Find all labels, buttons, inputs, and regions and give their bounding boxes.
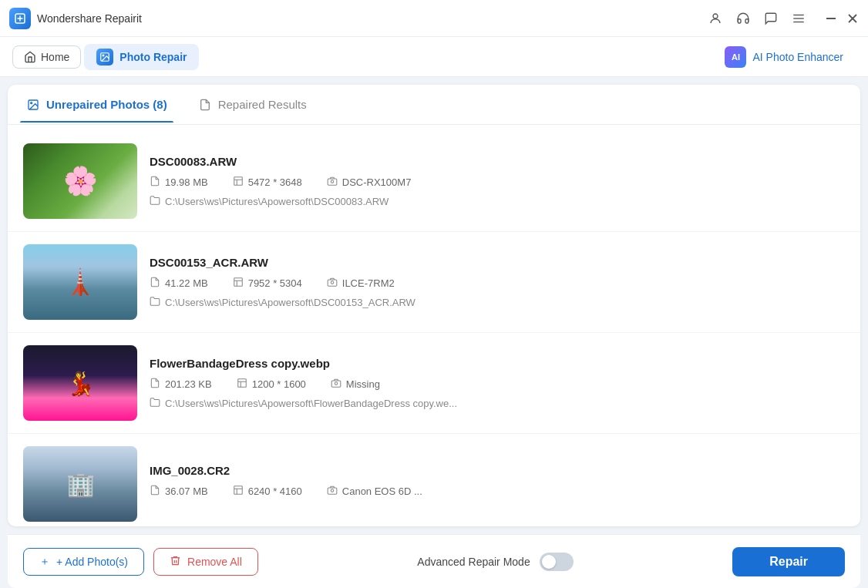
ai-enhancer-button[interactable]: AI AI Photo Enhancer [712, 42, 856, 72]
table-row[interactable]: IMG_0028.CR2 36.07 MB 6240 * 4160 [8, 434, 860, 526]
app-name: Wondershare Repairit [37, 12, 142, 25]
tab-repaired[interactable]: Repaired Results [192, 87, 313, 123]
advanced-mode-toggle[interactable] [540, 553, 574, 571]
remove-all-button[interactable]: Remove All [153, 548, 258, 576]
repair-button[interactable]: Repair [732, 547, 845, 576]
svg-point-31 [331, 489, 334, 492]
camera-icon-1 [327, 176, 338, 189]
dimensions-icon-1 [233, 176, 244, 189]
svg-point-26 [335, 381, 338, 385]
tabs: Unrepaired Photos (8) Repaired Results [8, 85, 860, 125]
add-photos-button[interactable]: ＋ + Add Photo(s) [23, 548, 144, 576]
photo-repair-icon [96, 49, 113, 66]
file-path-2: C:\Users\ws\Pictures\Apowersoft\DSC00153… [150, 296, 845, 309]
photo-repair-button[interactable]: Photo Repair [84, 44, 199, 70]
file-size-3: 201.23 KB [150, 378, 212, 391]
table-row[interactable]: FlowerBandageDress copy.webp 201.23 KB 1… [8, 333, 860, 434]
window-controls [825, 12, 859, 25]
table-row[interactable]: DSC00083.ARW 19.98 MB 5472 * 3648 [8, 131, 860, 232]
svg-rect-22 [237, 378, 246, 387]
file-name-3: FlowerBandageDress copy.webp [150, 357, 845, 370]
chat-icon[interactable] [763, 11, 779, 26]
navbar-left: Home Photo Repair [12, 44, 199, 70]
file-dimensions-4: 6240 * 4160 [233, 485, 302, 498]
bottom-left: ＋ + Add Photo(s) Remove All [23, 548, 258, 576]
ai-icon: AI [725, 46, 746, 68]
unrepaired-tab-icon [26, 98, 40, 112]
file-path-1: C:\Users\ws\Pictures\Apowersoft\DSC00083… [150, 195, 845, 208]
file-size-icon-3 [150, 378, 160, 391]
file-path-3: C:\Users\ws\Pictures\Apowersoft\FlowerBa… [150, 397, 845, 410]
file-camera-1: DSC-RX100M7 [327, 176, 412, 189]
home-button[interactable]: Home [12, 45, 81, 69]
headphone-icon[interactable] [735, 11, 751, 26]
file-dimensions-2: 7952 * 5304 [233, 277, 302, 290]
file-camera-2: ILCE-7RM2 [327, 277, 395, 290]
file-name-2: DSC00153_ACR.ARW [150, 256, 845, 269]
file-meta-4: 36.07 MB 6240 * 4160 Canon EOS 6D ... [150, 485, 845, 498]
file-meta-1: 19.98 MB 5472 * 3648 DSC-RX100M7 [150, 176, 845, 189]
thumbnail-2 [23, 244, 137, 320]
menu-icon[interactable] [791, 11, 806, 26]
repaired-tab-icon [198, 98, 212, 112]
camera-icon-4 [327, 485, 338, 498]
path-icon-1 [150, 195, 160, 208]
file-size-4: 36.07 MB [150, 485, 208, 498]
camera-icon-2 [327, 277, 338, 290]
tab-unrepaired[interactable]: Unrepaired Photos (8) [20, 87, 173, 123]
navbar: Home Photo Repair AI AI Photo Enhancer [0, 37, 868, 77]
file-name-1: DSC00083.ARW [150, 155, 845, 168]
titlebar: Wondershare Repairit [0, 0, 868, 37]
path-icon-2 [150, 296, 160, 309]
file-info-4: IMG_0028.CR2 36.07 MB 6240 * 4160 [150, 464, 845, 504]
file-meta-3: 201.23 KB 1200 * 1600 Missing [150, 378, 845, 391]
svg-rect-27 [234, 486, 242, 495]
thumbnail-1 [23, 143, 137, 219]
file-dimensions-1: 5472 * 3648 [233, 176, 302, 189]
file-size-1: 19.98 MB [150, 176, 208, 189]
file-size-2: 41.22 MB [150, 277, 208, 290]
titlebar-left: Wondershare Repairit [9, 8, 142, 29]
file-size-icon-1 [150, 176, 160, 189]
file-dimensions-3: 1200 * 1600 [237, 378, 306, 391]
file-meta-2: 41.22 MB 7952 * 5304 ILCE-7RM2 [150, 277, 845, 290]
file-camera-4: Canon EOS 6D ... [327, 485, 422, 498]
file-camera-3: Missing [331, 378, 380, 391]
thumbnail-4 [23, 446, 137, 522]
svg-rect-30 [328, 488, 337, 494]
bottom-center: Advanced Repair Mode [417, 553, 573, 571]
user-icon[interactable] [708, 11, 723, 26]
path-icon-3 [150, 397, 160, 410]
add-icon: ＋ [39, 555, 50, 569]
svg-point-9 [103, 55, 104, 56]
camera-icon-3 [331, 378, 341, 391]
svg-point-1 [713, 14, 718, 18]
file-name-4: IMG_0028.CR2 [150, 464, 845, 477]
svg-point-11 [31, 102, 32, 103]
bottom-bar: ＋ + Add Photo(s) Remove All Advanced Rep… [8, 534, 860, 588]
file-size-icon-2 [150, 277, 160, 290]
file-info-1: DSC00083.ARW 19.98 MB 5472 * 3648 [150, 155, 845, 208]
file-info-3: FlowerBandageDress copy.webp 201.23 KB 1… [150, 357, 845, 410]
svg-rect-17 [234, 277, 242, 286]
dimensions-icon-2 [233, 277, 244, 290]
minimize-button[interactable] [825, 12, 837, 25]
svg-rect-12 [234, 176, 242, 185]
close-button[interactable] [846, 12, 859, 25]
file-list: DSC00083.ARW 19.98 MB 5472 * 3648 [8, 125, 860, 526]
file-info-2: DSC00153_ACR.ARW 41.22 MB 7952 * 5304 [150, 256, 845, 309]
main-content: Unrepaired Photos (8) Repaired Results D… [8, 85, 860, 526]
file-size-icon-4 [150, 485, 160, 498]
titlebar-controls [708, 11, 859, 26]
thumbnail-3 [23, 345, 137, 421]
app-icon [9, 8, 31, 29]
svg-point-21 [331, 281, 334, 284]
dimensions-icon-3 [237, 378, 247, 391]
dimensions-icon-4 [233, 485, 244, 498]
advanced-mode-label: Advanced Repair Mode [417, 556, 530, 568]
trash-icon [170, 555, 181, 569]
svg-point-16 [331, 180, 334, 183]
svg-rect-5 [826, 18, 836, 19]
table-row[interactable]: DSC00153_ACR.ARW 41.22 MB 7952 * 5304 [8, 232, 860, 333]
